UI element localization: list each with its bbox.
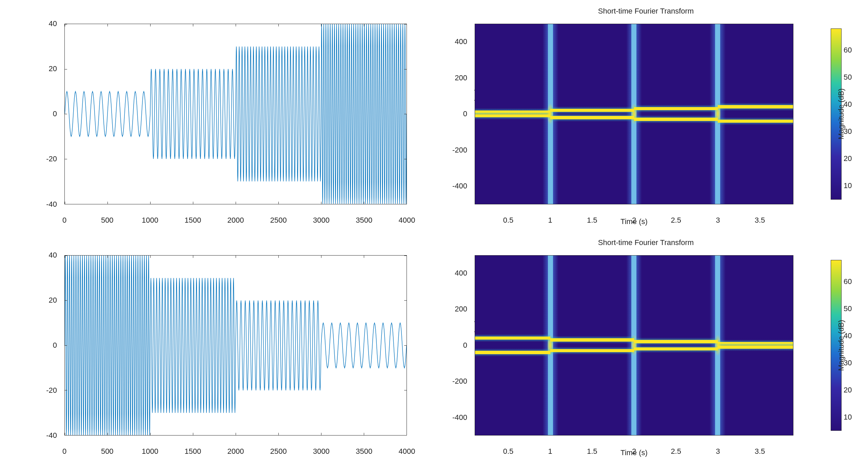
plot-box (64, 24, 407, 204)
axes-stft-bottom: Short-time Fourier Transform Frequency (… (451, 245, 841, 453)
colorbar-tick: 60 (844, 277, 852, 286)
x-tick: 500 (101, 447, 114, 456)
x-tick: 2000 (228, 447, 244, 456)
stft-ridge (550, 349, 634, 352)
line-plot (65, 256, 407, 435)
y-tick: -200 (452, 146, 467, 155)
y-tick: -400 (452, 413, 467, 422)
y-tick: 0 (463, 341, 467, 350)
x-tick: 3500 (356, 216, 372, 225)
plot-area: -40-2002040 0500100015002000250030003500… (64, 24, 407, 204)
y-tick: -20 (46, 386, 57, 395)
axes-title: Short-time Fourier Transform (451, 238, 841, 247)
x-tick: 4000 (399, 216, 415, 225)
y-tick: -40 (46, 200, 57, 209)
y-tick: -40 (46, 431, 57, 440)
stft-ridge (634, 118, 718, 121)
stft-node (631, 103, 638, 125)
x-tick: 1500 (184, 447, 201, 456)
y-tick: 400 (455, 269, 467, 278)
stft-ridge (550, 109, 634, 112)
x-tick: 1000 (142, 216, 158, 225)
x-tick: 4000 (399, 447, 415, 456)
x-axis-label: Time (s) (475, 448, 793, 457)
x-tick: 1000 (142, 447, 158, 456)
subplot-grid: -40-2002040 0500100015002000250030003500… (0, 0, 868, 466)
y-tick: 20 (49, 64, 57, 73)
stft-ridge (550, 116, 634, 119)
y-tick: 0 (53, 341, 57, 350)
colorbar-tick: 60 (844, 46, 852, 55)
x-tick: 0 (62, 216, 66, 225)
figure-page: -40-2002040 0500100015002000250030003500… (0, 0, 868, 466)
y-tick: -400 (452, 182, 467, 190)
colorbar: 102030405060 Magnitude (dB) (831, 255, 841, 436)
stft-node (547, 103, 554, 125)
colorbar-tick: 10 (844, 181, 852, 190)
x-axis-label: Time (s) (475, 217, 793, 226)
stft-node (631, 335, 638, 356)
plot-box (475, 24, 793, 204)
stft-ridge (718, 120, 793, 123)
y-tick: 40 (49, 251, 57, 260)
plot-box (64, 255, 407, 436)
stft-ridge (475, 114, 550, 118)
x-tick: 0 (62, 447, 66, 456)
plot-area: Frequency (Hz) -400-2000200400 0.511.522… (475, 24, 793, 204)
y-tick: 40 (49, 19, 57, 28)
plot-box (475, 255, 793, 436)
stft-ridge (718, 345, 793, 349)
y-tick: 400 (455, 37, 467, 46)
y-tick: 0 (463, 109, 467, 118)
y-tick: 200 (455, 305, 467, 313)
stft-node (714, 103, 722, 125)
x-tick: 3000 (313, 216, 330, 225)
y-tick: -200 (452, 377, 467, 386)
x-tick: 500 (101, 216, 114, 225)
colorbar-tick: 20 (844, 154, 852, 163)
stft-node (547, 335, 554, 356)
axes-title: Short-time Fourier Transform (451, 7, 841, 16)
stft-ridge (634, 107, 718, 110)
colorbar-tick: 20 (844, 386, 852, 394)
line-plot (65, 24, 407, 204)
x-tick: 3000 (313, 447, 330, 456)
x-tick: 3500 (356, 447, 372, 456)
axes-stft-top: Short-time Fourier Transform Frequency (… (451, 14, 841, 221)
colorbar-label: Magnitude (dB) (837, 320, 846, 371)
colorbar-label: Magnitude (dB) (837, 88, 846, 139)
colorbar-tick: 10 (844, 413, 852, 422)
colorbar-tick: 50 (844, 304, 852, 313)
x-tick: 2500 (270, 447, 287, 456)
x-tick: 2000 (228, 216, 244, 225)
axes-timeseries-top: -40-2002040 0500100015002000250030003500… (41, 14, 431, 221)
stft-ridge (634, 340, 718, 343)
plot-area: Frequency (Hz) -400-2000200400 0.511.522… (475, 255, 793, 436)
stft-node (714, 335, 722, 356)
stft-ridge (634, 347, 718, 351)
x-tick: 1500 (184, 216, 201, 225)
axes-timeseries-bottom: -40-2002040 0500100015002000250030003500… (41, 245, 431, 453)
y-tick: -20 (46, 155, 57, 163)
stft-ridge (718, 105, 793, 108)
x-tick: 2500 (270, 216, 287, 225)
y-tick: 20 (49, 296, 57, 305)
stft-ridge (475, 351, 550, 354)
colorbar: 102030405060 Magnitude (dB) (831, 24, 841, 204)
plot-area: -40-2002040 0500100015002000250030003500… (64, 255, 407, 436)
y-tick: 0 (53, 109, 57, 118)
stft-ridge (475, 337, 550, 340)
stft-ridge (550, 338, 634, 342)
y-tick: 200 (455, 74, 467, 82)
colorbar-tick: 50 (844, 73, 852, 82)
